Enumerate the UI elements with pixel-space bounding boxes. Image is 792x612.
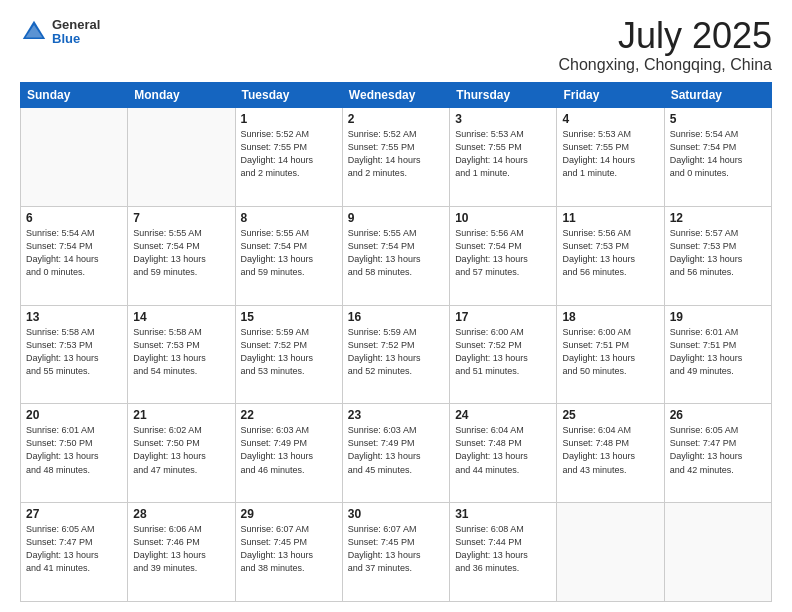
calendar-day-cell: 29Sunrise: 6:07 AM Sunset: 7:45 PM Dayli… — [235, 503, 342, 602]
day-number: 4 — [562, 112, 658, 126]
calendar-week-row: 27Sunrise: 6:05 AM Sunset: 7:47 PM Dayli… — [21, 503, 772, 602]
calendar-day-cell: 27Sunrise: 6:05 AM Sunset: 7:47 PM Dayli… — [21, 503, 128, 602]
calendar-day-cell: 2Sunrise: 5:52 AM Sunset: 7:55 PM Daylig… — [342, 108, 449, 207]
day-number: 1 — [241, 112, 337, 126]
day-info: Sunrise: 5:53 AM Sunset: 7:55 PM Dayligh… — [455, 128, 551, 180]
day-info: Sunrise: 5:54 AM Sunset: 7:54 PM Dayligh… — [670, 128, 766, 180]
location: Chongxing, Chongqing, China — [559, 56, 772, 74]
calendar-day-cell — [21, 108, 128, 207]
logo-text: General Blue — [52, 18, 100, 47]
logo-blue: Blue — [52, 32, 100, 46]
day-info: Sunrise: 6:03 AM Sunset: 7:49 PM Dayligh… — [348, 424, 444, 476]
calendar-day-cell: 28Sunrise: 6:06 AM Sunset: 7:46 PM Dayli… — [128, 503, 235, 602]
calendar-day-cell: 25Sunrise: 6:04 AM Sunset: 7:48 PM Dayli… — [557, 404, 664, 503]
calendar-day-cell — [128, 108, 235, 207]
day-info: Sunrise: 6:02 AM Sunset: 7:50 PM Dayligh… — [133, 424, 229, 476]
day-number: 12 — [670, 211, 766, 225]
weekday-header-cell: Tuesday — [235, 83, 342, 108]
calendar-day-cell: 4Sunrise: 5:53 AM Sunset: 7:55 PM Daylig… — [557, 108, 664, 207]
calendar-week-row: 20Sunrise: 6:01 AM Sunset: 7:50 PM Dayli… — [21, 404, 772, 503]
page: General Blue July 2025 Chongxing, Chongq… — [0, 0, 792, 612]
header: General Blue July 2025 Chongxing, Chongq… — [20, 18, 772, 74]
day-number: 25 — [562, 408, 658, 422]
calendar-day-cell: 7Sunrise: 5:55 AM Sunset: 7:54 PM Daylig… — [128, 206, 235, 305]
day-info: Sunrise: 5:55 AM Sunset: 7:54 PM Dayligh… — [241, 227, 337, 279]
weekday-header-cell: Thursday — [450, 83, 557, 108]
day-number: 26 — [670, 408, 766, 422]
day-info: Sunrise: 6:01 AM Sunset: 7:51 PM Dayligh… — [670, 326, 766, 378]
logo-icon — [20, 18, 48, 46]
day-info: Sunrise: 5:53 AM Sunset: 7:55 PM Dayligh… — [562, 128, 658, 180]
day-number: 29 — [241, 507, 337, 521]
day-number: 31 — [455, 507, 551, 521]
day-info: Sunrise: 6:08 AM Sunset: 7:44 PM Dayligh… — [455, 523, 551, 575]
calendar-day-cell: 8Sunrise: 5:55 AM Sunset: 7:54 PM Daylig… — [235, 206, 342, 305]
day-number: 10 — [455, 211, 551, 225]
day-number: 27 — [26, 507, 122, 521]
day-info: Sunrise: 5:56 AM Sunset: 7:54 PM Dayligh… — [455, 227, 551, 279]
day-number: 16 — [348, 310, 444, 324]
day-info: Sunrise: 5:52 AM Sunset: 7:55 PM Dayligh… — [348, 128, 444, 180]
day-info: Sunrise: 5:55 AM Sunset: 7:54 PM Dayligh… — [348, 227, 444, 279]
day-number: 15 — [241, 310, 337, 324]
day-number: 5 — [670, 112, 766, 126]
calendar-day-cell: 13Sunrise: 5:58 AM Sunset: 7:53 PM Dayli… — [21, 305, 128, 404]
day-number: 13 — [26, 310, 122, 324]
day-info: Sunrise: 6:06 AM Sunset: 7:46 PM Dayligh… — [133, 523, 229, 575]
calendar-day-cell: 12Sunrise: 5:57 AM Sunset: 7:53 PM Dayli… — [664, 206, 771, 305]
day-number: 17 — [455, 310, 551, 324]
calendar-day-cell: 17Sunrise: 6:00 AM Sunset: 7:52 PM Dayli… — [450, 305, 557, 404]
calendar-day-cell: 6Sunrise: 5:54 AM Sunset: 7:54 PM Daylig… — [21, 206, 128, 305]
calendar-day-cell: 9Sunrise: 5:55 AM Sunset: 7:54 PM Daylig… — [342, 206, 449, 305]
calendar-day-cell — [557, 503, 664, 602]
day-number: 3 — [455, 112, 551, 126]
day-info: Sunrise: 5:52 AM Sunset: 7:55 PM Dayligh… — [241, 128, 337, 180]
day-info: Sunrise: 6:03 AM Sunset: 7:49 PM Dayligh… — [241, 424, 337, 476]
day-info: Sunrise: 6:07 AM Sunset: 7:45 PM Dayligh… — [241, 523, 337, 575]
day-number: 14 — [133, 310, 229, 324]
day-number: 2 — [348, 112, 444, 126]
weekday-header-row: SundayMondayTuesdayWednesdayThursdayFrid… — [21, 83, 772, 108]
calendar-day-cell: 15Sunrise: 5:59 AM Sunset: 7:52 PM Dayli… — [235, 305, 342, 404]
calendar-week-row: 1Sunrise: 5:52 AM Sunset: 7:55 PM Daylig… — [21, 108, 772, 207]
day-info: Sunrise: 5:59 AM Sunset: 7:52 PM Dayligh… — [241, 326, 337, 378]
day-number: 22 — [241, 408, 337, 422]
day-info: Sunrise: 5:54 AM Sunset: 7:54 PM Dayligh… — [26, 227, 122, 279]
calendar-day-cell: 5Sunrise: 5:54 AM Sunset: 7:54 PM Daylig… — [664, 108, 771, 207]
day-info: Sunrise: 6:05 AM Sunset: 7:47 PM Dayligh… — [26, 523, 122, 575]
calendar-week-row: 6Sunrise: 5:54 AM Sunset: 7:54 PM Daylig… — [21, 206, 772, 305]
day-number: 19 — [670, 310, 766, 324]
day-number: 28 — [133, 507, 229, 521]
day-info: Sunrise: 6:04 AM Sunset: 7:48 PM Dayligh… — [455, 424, 551, 476]
day-number: 20 — [26, 408, 122, 422]
calendar-day-cell: 30Sunrise: 6:07 AM Sunset: 7:45 PM Dayli… — [342, 503, 449, 602]
calendar-body: 1Sunrise: 5:52 AM Sunset: 7:55 PM Daylig… — [21, 108, 772, 602]
month-title: July 2025 — [559, 18, 772, 54]
calendar-day-cell: 3Sunrise: 5:53 AM Sunset: 7:55 PM Daylig… — [450, 108, 557, 207]
calendar-day-cell — [664, 503, 771, 602]
day-number: 8 — [241, 211, 337, 225]
weekday-header-cell: Monday — [128, 83, 235, 108]
day-number: 7 — [133, 211, 229, 225]
calendar-week-row: 13Sunrise: 5:58 AM Sunset: 7:53 PM Dayli… — [21, 305, 772, 404]
day-number: 23 — [348, 408, 444, 422]
day-info: Sunrise: 6:00 AM Sunset: 7:51 PM Dayligh… — [562, 326, 658, 378]
day-info: Sunrise: 6:07 AM Sunset: 7:45 PM Dayligh… — [348, 523, 444, 575]
calendar-day-cell: 26Sunrise: 6:05 AM Sunset: 7:47 PM Dayli… — [664, 404, 771, 503]
title-block: July 2025 Chongxing, Chongqing, China — [559, 18, 772, 74]
calendar-day-cell: 31Sunrise: 6:08 AM Sunset: 7:44 PM Dayli… — [450, 503, 557, 602]
day-info: Sunrise: 5:59 AM Sunset: 7:52 PM Dayligh… — [348, 326, 444, 378]
logo: General Blue — [20, 18, 100, 47]
weekday-header-cell: Friday — [557, 83, 664, 108]
calendar-day-cell: 18Sunrise: 6:00 AM Sunset: 7:51 PM Dayli… — [557, 305, 664, 404]
calendar-day-cell: 22Sunrise: 6:03 AM Sunset: 7:49 PM Dayli… — [235, 404, 342, 503]
weekday-header-cell: Saturday — [664, 83, 771, 108]
day-number: 6 — [26, 211, 122, 225]
day-info: Sunrise: 6:05 AM Sunset: 7:47 PM Dayligh… — [670, 424, 766, 476]
day-number: 9 — [348, 211, 444, 225]
day-number: 24 — [455, 408, 551, 422]
day-info: Sunrise: 5:58 AM Sunset: 7:53 PM Dayligh… — [133, 326, 229, 378]
calendar-day-cell: 10Sunrise: 5:56 AM Sunset: 7:54 PM Dayli… — [450, 206, 557, 305]
calendar-day-cell: 11Sunrise: 5:56 AM Sunset: 7:53 PM Dayli… — [557, 206, 664, 305]
day-info: Sunrise: 5:56 AM Sunset: 7:53 PM Dayligh… — [562, 227, 658, 279]
